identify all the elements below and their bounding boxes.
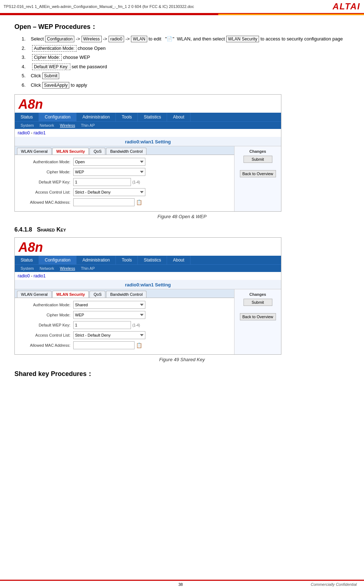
sub-system-2[interactable]: System [18, 265, 37, 271]
tab-wlan-security-1[interactable]: WLAN Security [52, 148, 89, 155]
form-row-cipher-2: Cipher Mode: WEP [19, 311, 230, 319]
page-number: 38 [51, 582, 311, 587]
step-5: 5. Click Submit [22, 72, 350, 79]
tab-wlan-general-1[interactable]: WLAN General [17, 148, 52, 155]
figure2-caption: Figure 49 Shared Key [14, 357, 350, 362]
tab-bar-1: WLAN General WLAN Security QoS Bandwidth… [15, 146, 234, 155]
nav-about-2[interactable]: About [167, 256, 190, 264]
doc-title: TPS12-016_rev1 1_A8Ein_web-admin_Configu… [4, 4, 194, 9]
save-apply-highlight: Save&Apply [42, 82, 69, 88]
nav-administration-1[interactable]: Administration [76, 113, 116, 121]
form-row-wep-1: Default WEP Key: (1-4) [19, 178, 230, 186]
sub-nav-1: System Network Wireless Thin AP [15, 121, 281, 129]
nav-status-1[interactable]: Status [15, 113, 39, 121]
sub-wireless-2[interactable]: Wireless [57, 265, 78, 271]
back-to-overview-button-2[interactable]: Back to Overview [240, 313, 276, 320]
tab-bandwidth-control-2[interactable]: Bandwidth Control [106, 291, 146, 298]
radio1-link-1[interactable]: radio1 [34, 130, 45, 135]
acl-select-1[interactable]: Strict - Default Deny [73, 188, 145, 196]
tab-qos-2[interactable]: QoS [89, 291, 105, 298]
submit-button-1[interactable]: Submit [244, 156, 272, 163]
document-footer: 38 Commercially Confidential [0, 580, 364, 588]
nav-tools-2[interactable]: Tools [116, 256, 138, 264]
document-header: TPS12-016_rev1 1_A8Ein_web-admin_Configu… [0, 0, 364, 14]
a8n-logo-1: A8n [15, 95, 281, 113]
step-6: 6. Click Save&Apply to apply [22, 82, 350, 89]
nav-statistics-2[interactable]: Statistics [138, 256, 167, 264]
form-area-2: Authentication Mode: Shared Cipher Mode:… [15, 298, 234, 354]
form-row-acl-1: Access Control List: Strict - Default De… [19, 188, 230, 196]
mac-input-2[interactable] [73, 341, 135, 349]
tab-wlan-security-2[interactable]: WLAN Security [52, 291, 89, 298]
form-row-cipher-1: Cipher Mode: WEP [19, 168, 230, 176]
changes-title-2: Changes [237, 292, 278, 297]
section3-title: Shared key Procedures： [14, 369, 350, 378]
radio-links-1: radio0 - radio1 [15, 129, 281, 137]
step-2: 2. Authentication Mode: choose Open [22, 45, 350, 52]
back-to-overview-button-1[interactable]: Back to Overview [240, 170, 276, 177]
radio0-link-1[interactable]: radio0 [18, 130, 30, 135]
sub-system-1[interactable]: System [18, 122, 37, 128]
nav-tools-1[interactable]: Tools [116, 113, 138, 121]
nav-status-2[interactable]: Status [15, 256, 39, 264]
step-4: 4. Default WEP Key: set the password [22, 63, 350, 70]
nav-configuration-1[interactable]: Configuration [39, 113, 76, 121]
mac-icon-1: 📋 [136, 199, 142, 205]
acl-label-1: Access Control List: [19, 190, 73, 194]
setting-title-1: radio0:wlan1 Setting [15, 137, 281, 146]
form-row-mac-2: Allowed MAC Address: 📋 [19, 341, 230, 349]
left-panel-2: WLAN General WLAN Security QoS Bandwidth… [15, 289, 234, 354]
right-panel-1: Changes Submit Back to Overview [234, 146, 281, 211]
auth-mode-field-label-1: Authentication Mode: [19, 160, 73, 164]
tab-qos-1[interactable]: QoS [89, 148, 105, 155]
nav-bar-2: Status Configuration Administration Tool… [15, 256, 281, 264]
mac-label-2: Allowed MAC Address: [19, 343, 73, 347]
cipher-mode-select-2[interactable]: WEP [73, 311, 145, 319]
radio1-link-2[interactable]: radio1 [34, 273, 45, 278]
radio0-highlight: radio0 [109, 36, 124, 42]
cipher-mode-field-label-1: Cipher Mode: [19, 170, 73, 174]
nav-statistics-1[interactable]: Statistics [138, 113, 167, 121]
procedure-list: 1. Select Configuration -> Wireless -> r… [22, 35, 350, 88]
wep-key-input-2[interactable] [73, 321, 131, 329]
mac-icon-2: 📋 [136, 342, 142, 348]
wep-hint-1: (1-4) [132, 180, 140, 184]
sub-network-2[interactable]: Network [37, 265, 57, 271]
tab-wlan-general-2[interactable]: WLAN General [17, 291, 52, 298]
form-area-1: Authentication Mode: Open Cipher Mode: W… [15, 155, 234, 211]
wep-key-label-1: Default WEP Key: [19, 180, 73, 184]
form-row-auth-1: Authentication Mode: Open [19, 158, 230, 166]
nav-bar-1: Status Configuration Administration Tool… [15, 113, 281, 121]
acl-select-2[interactable]: Strict - Default Deny [73, 331, 145, 339]
auth-mode-select-2[interactable]: Shared [73, 301, 145, 309]
nav-configuration-2[interactable]: Configuration [39, 256, 76, 264]
cipher-mode-select-1[interactable]: WEP [73, 168, 145, 176]
tab-bar-2: WLAN General WLAN Security QoS Bandwidth… [15, 289, 234, 298]
wep-key-input-1[interactable] [73, 178, 131, 186]
nav-about-1[interactable]: About [167, 113, 190, 121]
wlan-highlight: WLAN [131, 36, 147, 42]
setting-title-2: radio0:wlan1 Setting [15, 280, 281, 289]
auth-mode-select-1[interactable]: Open [73, 158, 145, 166]
wep-hint-2: (1-4) [132, 323, 140, 327]
wlan-security-highlight: WLAN Security [226, 36, 259, 42]
mac-input-1[interactable] [73, 198, 135, 206]
confidential-label: Commercially Confidential [311, 582, 357, 587]
altai-logo: ALTAI [333, 1, 360, 12]
sub-network-1[interactable]: Network [37, 122, 57, 128]
changes-title-1: Changes [237, 149, 278, 154]
section2-title: Shared Key [37, 226, 66, 233]
sub-wireless-1[interactable]: Wireless [57, 122, 78, 128]
nav-administration-2[interactable]: Administration [76, 256, 116, 264]
section1-title: Open – WEP Procedures： [14, 22, 350, 31]
form-row-wep-2: Default WEP Key: (1-4) [19, 321, 230, 329]
form-row-acl-2: Access Control List: Strict - Default De… [19, 331, 230, 339]
radio0-link-2[interactable]: radio0 [18, 273, 30, 278]
cipher-mode-field-label-2: Cipher Mode: [19, 313, 73, 317]
tab-bandwidth-control-1[interactable]: Bandwidth Control [106, 148, 146, 155]
sub-thinap-1[interactable]: Thin AP [78, 122, 98, 128]
sub-nav-2: System Network Wireless Thin AP [15, 264, 281, 272]
config-highlight: Configuration [45, 36, 74, 42]
submit-button-2[interactable]: Submit [244, 299, 272, 306]
sub-thinap-2[interactable]: Thin AP [78, 265, 98, 271]
